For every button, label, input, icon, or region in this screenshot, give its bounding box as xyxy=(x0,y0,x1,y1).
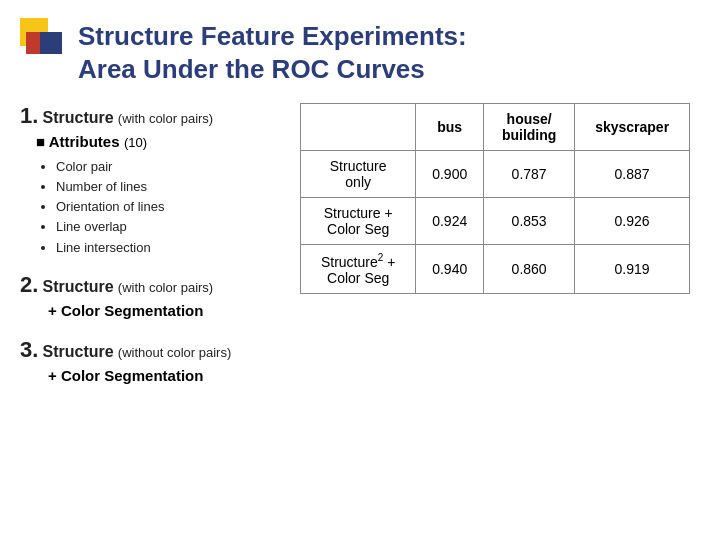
attributes-row: ■ Attributes (10) xyxy=(36,133,280,151)
attributes-label: ■ xyxy=(36,133,49,150)
page: Structure Feature Experiments: Area Unde… xyxy=(0,0,720,540)
row-label-1: Structureonly xyxy=(301,151,416,198)
cell-2-sky: 0.926 xyxy=(575,198,690,245)
cell-3-bus: 0.940 xyxy=(416,245,484,294)
right-panel: bus house/building skyscraper Structureo… xyxy=(300,103,690,384)
list-item: Orientation of lines xyxy=(56,197,280,217)
cell-2-house: 0.853 xyxy=(484,198,575,245)
section1-heading: 1. Structure (with color pairs) xyxy=(20,103,280,129)
header: Structure Feature Experiments: Area Unde… xyxy=(78,20,690,85)
table-header-row: bus house/building skyscraper xyxy=(301,104,690,151)
section3-label-bold: Structure xyxy=(43,343,114,360)
table-row: Structureonly 0.900 0.787 0.887 xyxy=(301,151,690,198)
title-line1: Structure Feature Experiments: xyxy=(78,21,467,51)
content-area: 1. Structure (with color pairs) ■ Attrib… xyxy=(20,103,690,384)
section3-suffix: + Color Segmentation xyxy=(48,367,280,384)
col-header-skyscraper: skyscraper xyxy=(575,104,690,151)
col-header-bus: bus xyxy=(416,104,484,151)
deco-blue xyxy=(40,32,62,54)
row-label-3: Structure2 +Color Seg xyxy=(301,245,416,294)
section3-number: 3. xyxy=(20,337,38,362)
bullet-list: Color pair Number of lines Orientation o… xyxy=(56,157,280,258)
row-label-2: Structure +Color Seg xyxy=(301,198,416,245)
table-row: Structure2 +Color Seg 0.940 0.860 0.919 xyxy=(301,245,690,294)
left-panel: 1. Structure (with color pairs) ■ Attrib… xyxy=(20,103,280,384)
cell-1-bus: 0.900 xyxy=(416,151,484,198)
section1-number: 1. xyxy=(20,103,38,128)
list-item: Color pair xyxy=(56,157,280,177)
cell-3-house: 0.860 xyxy=(484,245,575,294)
section2-label-bold: Structure xyxy=(43,278,114,295)
table-row: Structure +Color Seg 0.924 0.853 0.926 xyxy=(301,198,690,245)
section2-suffix: + Color Segmentation xyxy=(48,302,280,319)
cell-1-house: 0.787 xyxy=(484,151,575,198)
attributes-text: Attributes xyxy=(49,133,120,150)
cell-1-sky: 0.887 xyxy=(575,151,690,198)
list-item: Line overlap xyxy=(56,217,280,237)
title-line2: Area Under the ROC Curves xyxy=(78,54,425,84)
section2-label-small: (with color pairs) xyxy=(118,280,213,295)
col-header-empty xyxy=(301,104,416,151)
section2-number: 2. xyxy=(20,272,38,297)
page-title: Structure Feature Experiments: Area Unde… xyxy=(78,20,690,85)
list-item: Number of lines xyxy=(56,177,280,197)
cell-3-sky: 0.919 xyxy=(575,245,690,294)
results-table: bus house/building skyscraper Structureo… xyxy=(300,103,690,294)
section3-heading: 3. Structure (without color pairs) xyxy=(20,337,280,363)
section3: 3. Structure (without color pairs) + Col… xyxy=(20,337,280,384)
section3-label-small: (without color pairs) xyxy=(118,345,231,360)
cell-2-bus: 0.924 xyxy=(416,198,484,245)
col-header-house: house/building xyxy=(484,104,575,151)
attributes-number: (10) xyxy=(124,135,147,150)
section1-label-small: (with color pairs) xyxy=(118,111,213,126)
section1-label-bold: Structure xyxy=(43,109,114,126)
section2-heading: 2. Structure (with color pairs) xyxy=(20,272,280,298)
section2: 2. Structure (with color pairs) + Color … xyxy=(20,272,280,319)
list-item: Line intersection xyxy=(56,238,280,258)
